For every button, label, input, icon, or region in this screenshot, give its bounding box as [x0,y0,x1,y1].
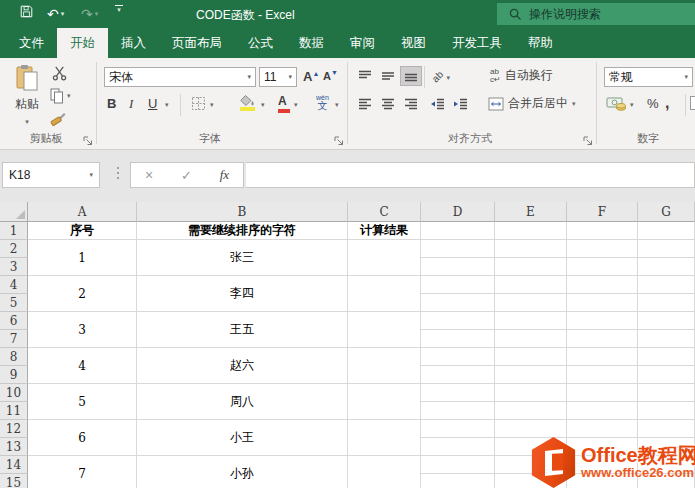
row-header[interactable]: 2 [0,240,28,258]
table-cell[interactable] [421,348,495,366]
cell-D1[interactable] [421,222,495,240]
tab-page-layout[interactable]: 页面布局 [159,28,235,58]
cell-serial[interactable]: 4 [28,348,137,384]
cell-name[interactable]: 小王 [137,420,348,456]
increase-font-size-button[interactable]: A▲ [303,69,319,84]
cell-G1[interactable] [638,222,695,240]
tab-help[interactable]: 帮助 [515,28,566,58]
table-cell[interactable] [421,276,495,294]
save-button[interactable] [20,5,33,18]
row-header[interactable]: 10 [0,384,28,402]
table-cell[interactable] [638,240,695,258]
table-cell[interactable] [421,294,495,312]
cell-name[interactable]: 张三 [137,240,348,276]
table-cell[interactable] [495,348,567,366]
table-cell[interactable] [567,294,638,312]
table-cell[interactable] [421,420,495,438]
table-cell[interactable] [638,366,695,384]
borders-button[interactable] [191,96,206,114]
decrease-indent-button[interactable] [426,94,448,114]
table-cell[interactable] [567,402,638,420]
align-top-button[interactable] [354,66,376,86]
table-cell[interactable] [421,258,495,276]
align-middle-button[interactable] [377,66,399,86]
table-cell[interactable] [495,294,567,312]
table-cell[interactable] [638,384,695,402]
row-header[interactable]: 6 [0,312,28,330]
search-input[interactable] [529,7,679,21]
table-cell[interactable] [421,330,495,348]
tell-me-search[interactable] [497,3,695,25]
align-bottom-button[interactable] [400,66,422,86]
tab-review[interactable]: 审阅 [337,28,388,58]
table-cell[interactable] [421,438,495,456]
font-name-combo[interactable]: 宋体 ▾ [104,67,256,87]
cell-result[interactable] [348,348,421,384]
table-cell[interactable] [495,258,567,276]
select-all-corner[interactable] [0,202,28,222]
tab-view[interactable]: 视图 [388,28,439,58]
comma-style-button[interactable]: , [665,94,669,112]
table-cell[interactable] [638,330,695,348]
merge-center-button[interactable]: 合并后居中 ▾ [488,95,576,112]
cell-B1[interactable]: 需要继续排序的字符 [137,222,348,240]
increase-indent-button[interactable] [449,94,471,114]
font-size-combo[interactable]: 11 ▾ [259,67,297,87]
row-header[interactable]: 12 [0,420,28,438]
row-header[interactable]: 15 [0,474,28,488]
clipboard-dialog-launcher[interactable] [83,135,93,145]
table-cell[interactable] [495,384,567,402]
table-cell[interactable] [421,366,495,384]
tab-developer[interactable]: 开发工具 [439,28,515,58]
cell-result[interactable] [348,312,421,348]
underline-dropdown chevron-down-icon[interactable]: ▾ [165,101,169,109]
cell-serial[interactable]: 6 [28,420,137,456]
column-header-G[interactable]: G [638,202,695,222]
cell-result[interactable] [348,240,421,276]
tab-formulas[interactable]: 公式 [235,28,286,58]
cell-result[interactable] [348,384,421,420]
table-cell[interactable] [421,240,495,258]
orientation-button[interactable]: ab ▾ [432,69,450,83]
table-cell[interactable] [421,474,495,488]
cell-name[interactable]: 小孙 [137,456,348,488]
cell-name[interactable]: 王五 [137,312,348,348]
cell-name[interactable]: 李四 [137,276,348,312]
tab-home[interactable]: 开始 [57,28,108,58]
font-dialog-launcher[interactable] [334,135,344,145]
table-cell[interactable] [638,312,695,330]
cancel-button[interactable]: × [145,167,153,183]
table-cell[interactable] [638,258,695,276]
cell-A1[interactable]: 序号 [28,222,137,240]
table-cell[interactable] [567,312,638,330]
table-cell[interactable] [567,366,638,384]
row-header-1[interactable]: 1 [0,222,28,240]
table-cell[interactable] [495,312,567,330]
table-cell[interactable] [495,366,567,384]
font-color-dropdown chevron-down-icon[interactable]: ▾ [294,101,298,109]
row-header[interactable]: 5 [0,294,28,312]
align-right-button[interactable] [400,94,422,114]
cell-serial[interactable]: 1 [28,240,137,276]
customize-qat-button[interactable]: ▾ [115,5,123,14]
copy-button[interactable]: ▾ [50,88,71,104]
table-cell[interactable] [495,276,567,294]
cell-E1[interactable] [495,222,567,240]
font-color-button[interactable]: A [278,94,287,108]
alignment-dialog-launcher[interactable] [583,135,593,145]
phonetic-button[interactable]: wén 文 [316,94,329,111]
row-header[interactable]: 13 [0,438,28,456]
table-cell[interactable] [567,258,638,276]
table-cell[interactable] [495,240,567,258]
insert-function-button[interactable]: fx [220,167,229,183]
fill-color-button[interactable] [240,95,257,110]
cell-result[interactable] [348,420,421,456]
row-header[interactable]: 7 [0,330,28,348]
undo-button[interactable]: ↶ ▾ [47,5,64,23]
table-cell[interactable] [495,420,567,438]
cell-result[interactable] [348,276,421,312]
enter-button[interactable]: ✓ [181,168,192,183]
column-header-F[interactable]: F [567,202,638,222]
cell-serial[interactable]: 3 [28,312,137,348]
cell-C1[interactable]: 计算结果 [348,222,421,240]
